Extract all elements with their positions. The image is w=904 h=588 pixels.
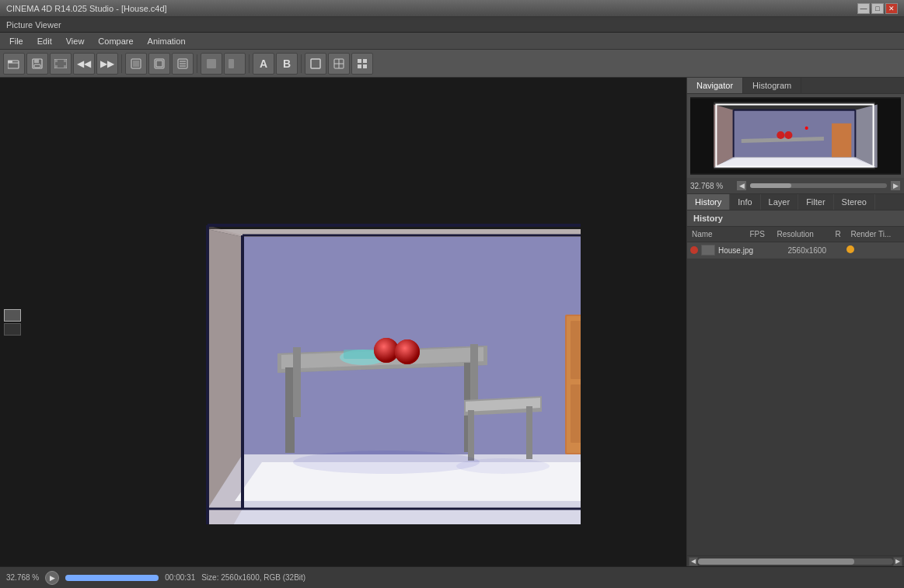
app-title-bar: Picture Viewer [0,17,904,33]
tab-info[interactable]: Info [730,194,760,210]
tab-history[interactable]: History [687,194,730,210]
nav-preview-svg [690,97,901,175]
svg-rect-21 [229,59,234,68]
tab-layer[interactable]: Layer [761,194,799,210]
svg-rect-85 [832,124,851,157]
svg-marker-35 [208,509,581,524]
zoom-slider[interactable] [750,183,887,188]
tb-next-btn[interactable]: ▶▶ [96,53,118,75]
tb-tool3-btn[interactable] [351,53,373,75]
tb-mono-btn[interactable] [201,53,222,75]
history-section: History Name FPS Resolution R Render Ti.… [687,210,904,555]
tb-sep4 [301,54,302,73]
tab-histogram[interactable]: Histogram [743,78,801,93]
row-resolution: 2560x1600 [788,246,846,255]
svg-rect-8 [55,65,58,68]
col-header-r: R [831,228,846,240]
tb-prev-btn[interactable]: ◀◀ [73,53,95,75]
col-header-name: Name [687,228,745,240]
viewer-area[interactable] [0,78,686,566]
filmstrip [4,309,21,336]
svg-point-75 [293,451,480,474]
svg-rect-13 [133,61,139,67]
zoom-increase-btn[interactable]: ▶ [890,180,901,191]
svg-marker-84 [715,158,873,165]
col-header-render-time: Render Ti... [846,228,905,240]
film-frame-2[interactable] [4,323,21,336]
scrollbar-thumb[interactable] [698,558,854,565]
right-panel: Navigator Histogram [686,78,904,566]
svg-rect-10 [64,65,66,68]
status-zoom: 32.768 % [6,573,39,582]
tb-film-btn[interactable] [50,53,72,75]
svg-rect-74 [526,406,532,459]
svg-rect-69 [293,347,301,417]
status-time: 00:00:31 [165,573,195,582]
col-header-resolution: Resolution [773,228,831,240]
svg-rect-20 [207,59,216,68]
history-table-header: Name FPS Resolution R Render Ti... [687,227,904,242]
svg-rect-15 [156,61,162,67]
tb-save-btn[interactable] [26,53,48,75]
menu-file[interactable]: File [3,35,30,47]
scroll-left-btn[interactable]: ◀ [689,557,698,566]
horizontal-scrollbar[interactable]: ◀ ▶ [687,555,904,566]
svg-point-93 [805,127,808,130]
main-layout: Navigator Histogram [0,78,904,566]
navigator-preview[interactable] [690,97,901,175]
tab-filter[interactable]: Filter [798,194,833,210]
navigator-tabs: Navigator Histogram [687,78,904,94]
tb-stereo-btn[interactable] [224,53,246,75]
tab-stereo[interactable]: Stereo [834,194,875,210]
menu-view[interactable]: View [60,35,91,47]
tb-sep1 [121,54,122,73]
scrollbar-track[interactable] [698,558,893,565]
svg-marker-38 [208,225,243,524]
menu-animation[interactable]: Animation [141,35,192,47]
film-frame-1[interactable] [4,309,21,322]
progress-bar-fill [65,575,159,581]
tb-tool1-btn[interactable] [305,53,326,75]
toolbar: ◀◀ ▶▶ A B [0,50,904,78]
app-title-label: Picture Viewer [6,20,61,30]
svg-point-87 [777,131,784,139]
svg-rect-28 [363,59,367,63]
svg-rect-4 [34,59,39,63]
row-thumbnail [701,245,715,256]
history-row[interactable]: House.jpg 2560x1600 [687,242,904,259]
minimize-button[interactable]: — [857,3,870,14]
zoom-bar: 32.768 % ◀ ▶ [687,178,904,194]
play-button[interactable]: ▶ [45,571,59,585]
svg-rect-9 [64,60,66,62]
maximize-button[interactable]: □ [871,3,884,14]
status-size: Size: 2560x1600, RGB (32Bit) [201,573,305,582]
svg-rect-5 [34,64,40,68]
zoom-slider-fill [750,183,791,188]
zoom-decrease-btn[interactable]: ◀ [736,180,747,191]
tb-open-btn[interactable] [3,53,25,75]
svg-rect-30 [363,64,367,68]
tb-sep2 [197,54,197,73]
progress-bar[interactable] [65,575,159,581]
tb-options-btn[interactable] [172,53,194,75]
tb-tool2-btn[interactable] [328,53,350,75]
svg-point-76 [456,458,550,474]
scroll-right-btn[interactable]: ▶ [893,557,902,566]
svg-rect-23 [311,59,320,68]
svg-rect-55 [571,384,581,443]
tab-navigator[interactable]: Navigator [687,78,743,93]
col-header-fps: FPS [745,228,773,240]
tb-render1-btn[interactable] [125,53,147,75]
close-button[interactable]: ✕ [885,3,898,14]
tb-render2-btn[interactable] [148,53,170,75]
svg-rect-22 [235,59,240,68]
svg-rect-27 [358,59,361,63]
title-bar: CINEMA 4D R14.025 Studio - [House.c4d] —… [0,0,904,17]
tb-sep3 [249,54,250,73]
tb-text-b-btn[interactable]: B [276,53,298,75]
history-section-title: History [687,210,904,227]
row-color-indicator [690,246,698,254]
menu-edit[interactable]: Edit [31,35,58,47]
tb-text-a-btn[interactable]: A [253,53,274,75]
menu-compare[interactable]: Compare [92,35,139,47]
